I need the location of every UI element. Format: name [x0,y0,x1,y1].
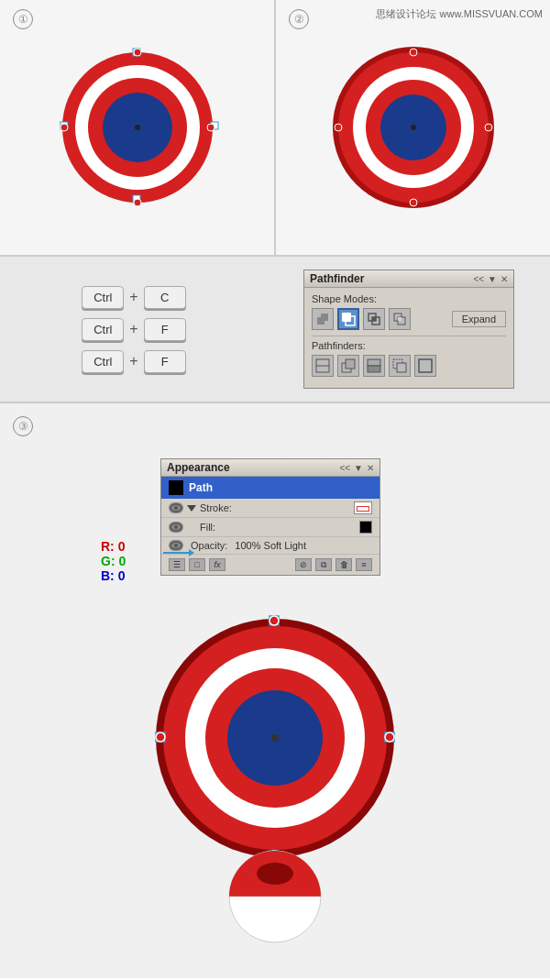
ap-fx-icon[interactable]: fx [209,558,226,571]
ap-menu-icon[interactable]: ≡ [356,558,372,571]
svg-point-22 [410,199,417,206]
svg-rect-40 [397,363,406,372]
step2-number: ② [289,9,309,29]
g-value: G: 0 [101,554,126,568]
plus-1: + [129,289,138,305]
svg-point-11 [134,49,141,56]
pf-collapse[interactable]: << [473,274,484,284]
ap-stroke-label: Stroke: [200,502,350,513]
svg-point-21 [410,49,417,56]
pf-controls: << ▼ ✕ [473,274,508,284]
b-value: B: 0 [101,568,126,583]
ap-titlebar: Appearance << ▼ ✕ [161,459,380,477]
pf-outline-icon[interactable] [414,355,436,377]
f-key-2: F [144,350,186,373]
ap-no-icon[interactable]: ⊘ [295,558,312,571]
pf-titlebar: Pathfinder << ▼ ✕ [304,270,513,288]
bottom-section: ③ Appearance << ▼ ✕ Path Stroke: [0,403,550,978]
ap-title: Appearance [167,461,230,474]
svg-point-20 [485,124,492,131]
ap-fill-label: Fill: [200,522,356,533]
svg-point-47 [174,544,178,547]
pf-divider [312,336,506,336]
ap-bottom-icons: ☰ □ fx ⊘ ⧉ 🗑 ≡ [161,554,380,575]
ap-stroke-visibility[interactable] [169,502,183,513]
pf-divide-icon[interactable] [312,355,334,377]
ap-opacity-label: Opacity: [191,540,227,551]
key-combo-1: Ctrl + C [82,286,185,309]
ctrl-key-3: Ctrl [82,350,124,373]
ap-stroke-preview[interactable] [354,501,372,514]
pf-shape-modes-label: Shape Modes: [312,293,506,304]
pf-menu[interactable]: ▼ [488,274,497,284]
ap-style-icon[interactable]: □ [189,558,205,571]
step3-number: ③ [13,416,33,436]
ap-body: Path Stroke: Fill: [161,477,380,575]
ap-stroke-expand[interactable] [187,505,196,512]
svg-point-45 [174,525,178,529]
appearance-panel: Appearance << ▼ ✕ Path Stroke: [160,458,380,576]
pf-close[interactable]: ✕ [500,274,508,284]
ap-close[interactable]: ✕ [367,463,374,473]
ap-path-row: Path [161,477,380,499]
svg-point-19 [335,124,342,131]
c-key: C [144,286,186,309]
top-row: ① [0,0,550,257]
small-shield-area [225,846,325,951]
pf-intersect-icon[interactable] [363,308,385,330]
svg-rect-36 [346,359,355,369]
ap-stroke-row: Stroke: [161,499,380,518]
svg-point-60 [270,616,279,625]
svg-point-18 [411,125,416,130]
ap-path-icon [169,480,183,495]
plus-2: + [129,321,138,337]
ap-menu[interactable]: ▼ [354,463,363,473]
ap-collapse[interactable]: << [339,463,350,473]
pf-unite-icon[interactable] [312,308,334,330]
pf-title: Pathfinder [310,272,364,285]
pf-body: Shape Modes: [304,288,513,388]
ap-controls: << ▼ ✕ [339,463,374,473]
ap-fill-row: Fill: [161,518,380,537]
pf-minus-front-icon[interactable] [337,308,359,330]
svg-point-9 [60,124,68,131]
svg-rect-41 [419,359,432,372]
main-shield-area [133,605,417,871]
plus-3: + [129,353,138,369]
pf-merge-icon[interactable] [363,355,385,377]
pf-pathfinders-label: Pathfinders: [312,340,506,351]
ap-layer-icon[interactable]: ☰ [169,558,185,571]
svg-point-53 [271,734,279,742]
step1-number: ① [13,9,33,29]
pathfinder-section: Pathfinder << ▼ ✕ Shape Modes: [268,257,550,402]
ap-fill-visibility[interactable] [169,522,183,533]
ap-opacity-visibility[interactable] [169,540,183,551]
svg-point-4 [135,125,140,130]
pathfinder-panel: Pathfinder << ▼ ✕ Shape Modes: [303,270,514,389]
svg-rect-37 [368,359,380,366]
svg-rect-32 [398,317,402,321]
ap-copy-icon[interactable]: ⧉ [315,558,332,571]
svg-point-10 [207,124,214,131]
pf-expand-button[interactable]: Expand [452,311,506,327]
svg-point-63 [257,863,293,885]
key-combo-2: Ctrl + F [82,318,185,341]
svg-rect-38 [368,366,380,372]
svg-point-58 [156,732,165,742]
pf-exclude-icon[interactable] [389,308,411,330]
svg-point-59 [385,732,394,742]
svg-rect-29 [372,317,376,321]
rgb-arrow [163,552,191,554]
pf-trim-icon[interactable] [337,355,359,377]
pf-crop-icon[interactable] [389,355,411,377]
ap-fill-preview[interactable] [359,521,372,534]
svg-point-12 [134,199,141,206]
svg-rect-24 [321,314,328,321]
watermark: 思绪设计论坛 www.MISSVUAN.COM [376,7,543,21]
step1-cell: ① [0,0,276,255]
ap-delete-icon[interactable]: 🗑 [336,558,352,571]
f-key-1: F [144,318,186,341]
svg-point-43 [174,506,178,510]
step2-shield [326,31,500,224]
rgb-label: R: 0 G: 0 B: 0 [101,539,126,583]
